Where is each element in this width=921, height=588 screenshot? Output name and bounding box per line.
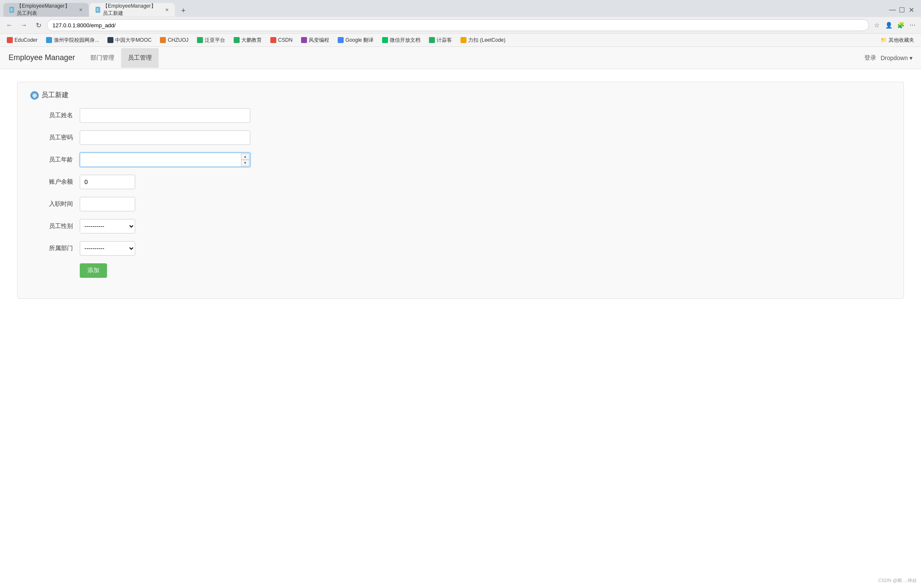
app-content: Employee Manager 部门管理 员工管理 登录 Dropdown ▾… — [0, 47, 921, 371]
age-spinners: ▲ ▼ — [241, 153, 249, 166]
bookmark-fanya-icon — [197, 37, 203, 43]
dropdown-button[interactable]: Dropdown ▾ — [880, 55, 912, 61]
minimize-button[interactable]: — — [889, 7, 895, 13]
bookmark-wechat-doc-label: 微信开放文档 — [390, 37, 420, 44]
form-title-icon: ⊕ — [30, 91, 39, 100]
browser-tab-2[interactable]: E 【EmployeeManager】员工新建 ✕ — [90, 3, 175, 17]
form-group-password: 员工密码 — [30, 130, 891, 145]
bookmark-dapeng[interactable]: 大鹏教育 — [230, 36, 265, 45]
age-input-wrap: ▲ ▼ — [80, 153, 250, 167]
address-bar-row: ← → ↻ ☆ 👤 🧩 ⋯ — [0, 17, 921, 33]
bookmark-chzuoj[interactable]: CHZUOJ — [156, 36, 192, 44]
nav-links: 部门管理 员工管理 — [84, 48, 159, 68]
dept-label: 所属部门 — [30, 245, 73, 252]
form-title: ⊕ 员工新建 — [30, 91, 891, 100]
bookmark-fanya[interactable]: 泛亚平台 — [194, 36, 229, 45]
bookmark-wechat-doc-icon — [382, 37, 388, 43]
password-input[interactable] — [80, 130, 250, 145]
tab-2-icon: E — [96, 7, 100, 13]
browser-chrome: E 【EmployeeManager】员工列表 ✕ E 【EmployeeMan… — [0, 0, 921, 47]
join-date-input[interactable] — [80, 197, 135, 211]
dept-select[interactable]: ---------- — [80, 241, 135, 256]
navbar: Employee Manager 部门管理 员工管理 登录 Dropdown ▾ — [0, 47, 921, 69]
bookmark-csdn-label: CSDN — [278, 37, 293, 43]
form-group-dept: 所属部门 ---------- — [30, 241, 891, 256]
bookmark-educoder[interactable]: EduCoder — [3, 36, 41, 44]
address-icons: ☆ 👤 🧩 ⋯ — [872, 20, 918, 30]
gender-select[interactable]: ---------- 男 女 — [80, 219, 135, 233]
form-card: ⊕ 员工新建 员工姓名 员工密码 员工年龄 ▲ ▼ — [17, 82, 904, 299]
form-group-balance: 账户余额 — [30, 175, 891, 189]
age-decrement-button[interactable]: ▼ — [241, 160, 249, 166]
bookmark-star-icon[interactable]: ☆ — [872, 20, 882, 30]
close-button[interactable]: ✕ — [908, 7, 914, 13]
bookmark-dapeng-label: 大鹏教育 — [241, 37, 262, 44]
age-input[interactable] — [80, 153, 250, 167]
password-label: 员工密码 — [30, 134, 73, 141]
bookmark-google-translate-icon — [338, 37, 344, 43]
bookmark-educoder-icon — [7, 37, 13, 43]
refresh-button[interactable]: ↻ — [32, 19, 44, 31]
form-title-text: 员工新建 — [41, 91, 69, 100]
bookmark-jisuan-icon — [429, 37, 435, 43]
bookmark-mooc-label: 中国大学MOOC — [115, 37, 151, 44]
bookmark-csdn-icon — [270, 37, 276, 43]
bookmark-chzuoj-label: CHZUOJ — [168, 37, 188, 43]
address-input[interactable] — [47, 19, 869, 31]
bookmark-leetcode-label: 力扣 (LeetCode) — [468, 37, 505, 44]
nav-emp-management[interactable]: 员工管理 — [121, 48, 159, 68]
bookmark-chuzhou[interactable]: 滁州学院校园网身... — [43, 36, 102, 45]
form-group-age: 员工年龄 ▲ ▼ — [30, 153, 891, 167]
back-button[interactable]: ← — [3, 19, 15, 31]
browser-tab-1[interactable]: E 【EmployeeManager】员工列表 ✕ — [3, 3, 89, 17]
balance-label: 账户余额 — [30, 178, 73, 186]
bookmark-fanya-label: 泛亚平台 — [205, 37, 225, 44]
bookmark-chuzhou-label: 滁州学院校园网身... — [54, 37, 99, 44]
form-group-gender: 员工性别 ---------- 男 女 — [30, 219, 891, 233]
login-link[interactable]: 登录 — [864, 54, 876, 62]
bookmark-wechat-doc[interactable]: 微信开放文档 — [379, 36, 424, 45]
bookmark-csdn[interactable]: CSDN — [267, 36, 296, 44]
forward-button[interactable]: → — [18, 19, 30, 31]
main-content: ⊕ 员工新建 员工姓名 员工密码 员工年龄 ▲ ▼ — [0, 69, 921, 311]
bookmarks-bar: EduCoder 滁州学院校园网身... 中国大学MOOC CHZUOJ 泛亚平… — [0, 33, 921, 47]
bookmark-google-translate[interactable]: Google 翻译 — [334, 36, 377, 45]
extension-icon[interactable]: 🧩 — [895, 20, 906, 30]
dropdown-chevron-icon: ▾ — [909, 55, 912, 61]
bookmark-dapeng-icon — [234, 37, 240, 43]
menu-icon[interactable]: ⋯ — [907, 20, 918, 30]
join-date-label: 入职时间 — [30, 200, 73, 208]
maximize-button[interactable]: ☐ — [899, 7, 905, 13]
new-tab-button[interactable]: + — [177, 5, 189, 17]
bookmark-educoder-label: EduCoder — [14, 37, 38, 43]
tab-2-label: 【EmployeeManager】员工新建 — [103, 3, 161, 17]
tab-1-close[interactable]: ✕ — [79, 7, 83, 13]
window-controls: — ☐ ✕ — [889, 7, 918, 13]
bookmark-fengbian[interactable]: 风变编程 — [298, 36, 333, 45]
bookmark-mooc-icon — [107, 37, 113, 43]
more-bookmarks-button[interactable]: 📁 其他收藏夹 — [877, 36, 918, 45]
name-label: 员工姓名 — [30, 112, 73, 119]
bookmark-jisuan[interactable]: 计蒜客 — [426, 36, 455, 45]
name-input[interactable] — [80, 108, 250, 123]
form-group-submit: 添加 — [30, 263, 891, 278]
bookmark-google-translate-label: Google 翻译 — [345, 37, 374, 44]
bookmark-fengbian-icon — [301, 37, 307, 43]
profile-icon[interactable]: 👤 — [883, 20, 894, 30]
bookmark-mooc[interactable]: 中国大学MOOC — [104, 36, 155, 45]
navbar-brand: Employee Manager — [9, 53, 75, 62]
tab-bar: E 【EmployeeManager】员工列表 ✕ E 【EmployeeMan… — [3, 3, 189, 17]
bookmark-leetcode-icon — [460, 37, 466, 43]
age-increment-button[interactable]: ▲ — [241, 153, 249, 160]
tab-1-label: 【EmployeeManager】员工列表 — [17, 3, 75, 17]
add-button[interactable]: 添加 — [80, 263, 107, 278]
tab-2-close[interactable]: ✕ — [165, 7, 169, 13]
bookmark-chzuoj-icon — [160, 37, 166, 43]
bookmark-leetcode[interactable]: 力扣 (LeetCode) — [457, 36, 509, 45]
more-bookmarks-label: 其他收藏夹 — [889, 37, 914, 44]
form-group-join-date: 入职时间 — [30, 197, 891, 211]
nav-dept-management[interactable]: 部门管理 — [84, 48, 121, 68]
balance-input[interactable] — [80, 175, 135, 189]
bookmark-fengbian-label: 风变编程 — [309, 37, 329, 44]
form-group-name: 员工姓名 — [30, 108, 891, 123]
